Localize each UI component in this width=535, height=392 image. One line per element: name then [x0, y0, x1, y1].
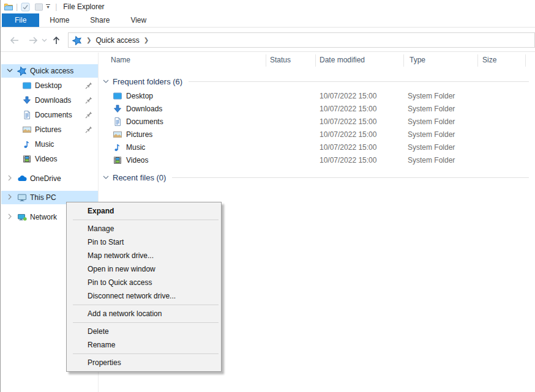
- music-icon: [113, 142, 122, 152]
- column-divider[interactable]: [525, 54, 526, 67]
- sidebar-item-onedrive[interactable]: OneDrive: [1, 172, 98, 185]
- pictures-icon: [113, 130, 122, 139]
- column-date-modified[interactable]: Date modified: [320, 56, 365, 64]
- file-row-music[interactable]: Music 10/07/2022 15:00 System Folder: [99, 141, 535, 154]
- chevron-down-icon: [103, 79, 109, 84]
- file-explorer-window: | ▾ | File Explorer File Home Share View: [0, 0, 535, 392]
- address-bar[interactable]: ❯ Quick access ❯: [68, 32, 535, 48]
- pin-icon: [84, 96, 93, 105]
- recent-locations-chevron-icon[interactable]: [40, 34, 48, 47]
- sidebar-item-label: This PC: [30, 193, 56, 202]
- downloads-icon: [22, 95, 32, 105]
- column-name[interactable]: Name: [111, 56, 130, 64]
- qat-separator: |: [55, 2, 57, 11]
- menu-item-pin-to-start[interactable]: Pin to Start: [67, 235, 221, 249]
- menu-item-rename[interactable]: Rename: [67, 338, 221, 352]
- menu-item-add-network-location[interactable]: Add a network location: [67, 307, 221, 320]
- explorer-logo-icon: [4, 2, 13, 12]
- chevron-right-icon[interactable]: [6, 213, 15, 221]
- menu-separator: [73, 322, 219, 323]
- chevron-right-icon[interactable]: [6, 193, 15, 202]
- this-pc-icon: [17, 193, 27, 202]
- sidebar-item-downloads[interactable]: Downloads: [1, 94, 98, 107]
- menu-item-properties[interactable]: Properties: [67, 356, 221, 369]
- quick-access-star-icon: [72, 35, 82, 45]
- desktop-icon: [22, 81, 32, 91]
- column-size[interactable]: Size: [482, 56, 496, 64]
- column-divider[interactable]: [266, 54, 266, 67]
- videos-icon: [22, 154, 32, 164]
- documents-icon: [22, 110, 32, 120]
- column-headers: Name Status Date modified Type Size: [99, 53, 535, 68]
- menu-item-pin-to-quick-access[interactable]: Pin to Quick access: [67, 276, 221, 289]
- onedrive-cloud-icon: [17, 174, 27, 183]
- breadcrumb-root[interactable]: Quick access: [95, 36, 139, 45]
- window-title: File Explorer: [63, 2, 104, 11]
- forward-arrow-icon[interactable]: [26, 34, 40, 47]
- sidebar-item-label: Music: [35, 140, 54, 149]
- tab-view[interactable]: View: [120, 13, 157, 27]
- sidebar-item-label: Quick access: [30, 67, 73, 75]
- tab-share[interactable]: Share: [80, 13, 120, 27]
- sidebar-item-music[interactable]: Music: [1, 138, 98, 151]
- menu-item-manage[interactable]: Manage: [67, 222, 221, 235]
- qat-new-folder-icon[interactable]: [34, 2, 43, 12]
- quick-access-star-icon: [17, 66, 27, 76]
- file-row-videos[interactable]: Videos 10/07/2022 15:00 System Folder: [99, 154, 535, 167]
- sidebar-item-desktop[interactable]: Desktop: [1, 79, 98, 92]
- chevron-down-icon: [103, 175, 109, 180]
- pin-icon: [84, 125, 93, 134]
- column-divider[interactable]: [315, 54, 316, 67]
- menu-item-open-in-new-window[interactable]: Open in new window: [67, 262, 221, 276]
- network-icon: [17, 212, 27, 222]
- videos-icon: [113, 155, 122, 165]
- group-header-frequent-folders[interactable]: Frequent folders (6): [103, 76, 529, 86]
- menu-item-map-network-drive[interactable]: Map network drive...: [67, 249, 221, 262]
- file-row-documents[interactable]: Documents 10/07/2022 15:00 System Folder: [99, 116, 535, 128]
- ribbon-tab-bar: File Home Share View: [1, 13, 535, 28]
- menu-item-expand[interactable]: Expand: [67, 204, 221, 218]
- pictures-icon: [22, 125, 32, 135]
- qat-customize-dropdown-icon[interactable]: ▾: [46, 4, 50, 9]
- sidebar-item-label: Documents: [35, 111, 72, 119]
- menu-separator: [73, 220, 219, 220]
- chevron-right-icon[interactable]: [6, 174, 15, 183]
- sidebar-item-label: OneDrive: [30, 174, 61, 183]
- column-status[interactable]: Status: [270, 56, 291, 64]
- column-type[interactable]: Type: [410, 56, 425, 64]
- menu-item-disconnect-network-drive[interactable]: Disconnect network drive...: [67, 289, 221, 303]
- group-rule: [189, 81, 529, 82]
- desktop-icon: [113, 91, 122, 101]
- group-rule: [172, 177, 529, 178]
- file-row-downloads[interactable]: Downloads 10/07/2022 15:00 System Folder: [99, 103, 535, 116]
- chevron-down-icon[interactable]: [6, 67, 15, 75]
- this-pc-context-menu: Expand Manage Pin to Start Map network d…: [66, 202, 222, 372]
- up-arrow-icon[interactable]: [50, 34, 63, 47]
- group-header-recent-files[interactable]: Recent files (0): [103, 172, 529, 182]
- sidebar-item-quick-access[interactable]: Quick access: [1, 64, 98, 78]
- title-bar: | ▾ | File Explorer: [1, 0, 535, 13]
- pin-icon: [84, 111, 93, 119]
- pin-icon: [84, 81, 93, 90]
- downloads-icon: [113, 104, 122, 114]
- sidebar-item-label: Desktop: [35, 81, 62, 90]
- file-row-pictures[interactable]: Pictures 10/07/2022 15:00 System Folder: [99, 128, 535, 141]
- tab-file[interactable]: File: [2, 13, 39, 27]
- file-row-desktop[interactable]: Desktop 10/07/2022 15:00 System Folder: [99, 90, 535, 103]
- tab-home[interactable]: Home: [39, 13, 80, 27]
- column-divider[interactable]: [403, 54, 404, 67]
- qat-properties-icon[interactable]: [20, 2, 30, 12]
- column-divider[interactable]: [477, 54, 478, 67]
- back-arrow-icon[interactable]: [8, 34, 21, 47]
- navigation-bar: ❯ Quick access ❯: [1, 28, 535, 52]
- sidebar-item-videos[interactable]: Videos: [1, 152, 98, 166]
- sidebar-item-documents[interactable]: Documents: [1, 108, 98, 122]
- music-icon: [22, 139, 32, 149]
- breadcrumb-chevron-icon[interactable]: ❯: [144, 37, 149, 43]
- qat-separator: |: [16, 2, 18, 11]
- sidebar-item-label: Network: [30, 213, 57, 221]
- sidebar-item-label: Pictures: [35, 125, 61, 134]
- breadcrumb-chevron-icon[interactable]: ❯: [86, 37, 91, 43]
- sidebar-item-pictures[interactable]: Pictures: [1, 123, 98, 136]
- menu-item-delete[interactable]: Delete: [67, 325, 221, 338]
